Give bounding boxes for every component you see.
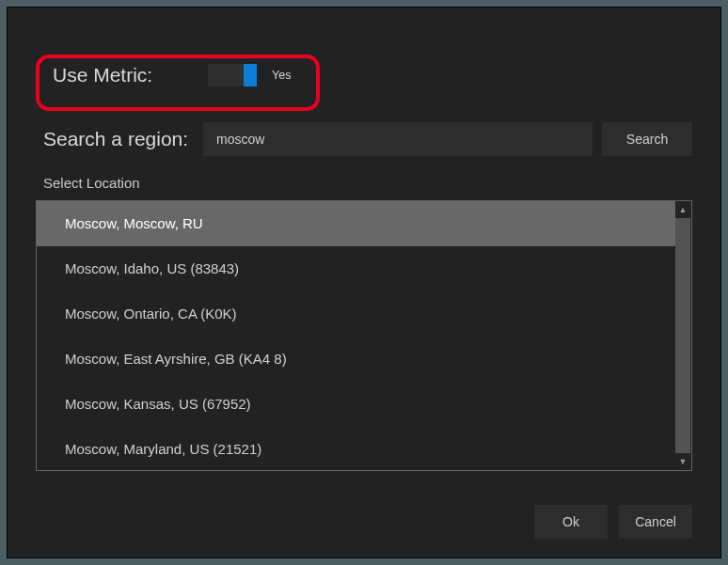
list-item[interactable]: Moscow, Idaho, US (83843) [37,246,675,291]
search-row: Search a region: Search [36,122,692,156]
use-metric-state: Yes [272,69,291,82]
search-region-label: Search a region: [36,128,194,150]
list-item[interactable]: Moscow, Kansas, US (67952) [37,382,675,427]
dialog-footer: Ok Cancel [534,505,692,539]
scroll-up-icon[interactable]: ▲ [675,202,690,217]
scroll-down-icon[interactable]: ▼ [675,454,690,469]
select-location-label: Select Location [43,175,692,191]
cancel-button[interactable]: Cancel [619,505,692,539]
list-item[interactable]: Moscow, Ontario, CA (K0K) [37,291,675,337]
toggle-thumb [244,64,257,86]
settings-dialog: Use Metric: Yes Search a region: Search … [7,7,721,558]
search-input[interactable] [203,122,593,156]
scrollbar[interactable]: ▲ ▼ [675,202,690,469]
list-item[interactable]: Moscow, Maryland, US (21521) [37,427,675,471]
use-metric-toggle[interactable] [208,64,257,86]
scroll-thumb[interactable] [675,218,690,453]
list-item[interactable]: Moscow, Moscow, RU [37,201,675,246]
ok-button[interactable]: Ok [534,505,608,539]
location-list-inner[interactable]: Moscow, Moscow, RUMoscow, Idaho, US (838… [37,201,675,470]
search-button[interactable]: Search [602,122,692,156]
location-list: Moscow, Moscow, RUMoscow, Idaho, US (838… [36,200,692,471]
use-metric-label: Use Metric: [53,64,208,86]
list-item[interactable]: Moscow, East Ayrshire, GB (KA4 8) [37,337,675,382]
use-metric-row: Use Metric: Yes [36,55,692,96]
